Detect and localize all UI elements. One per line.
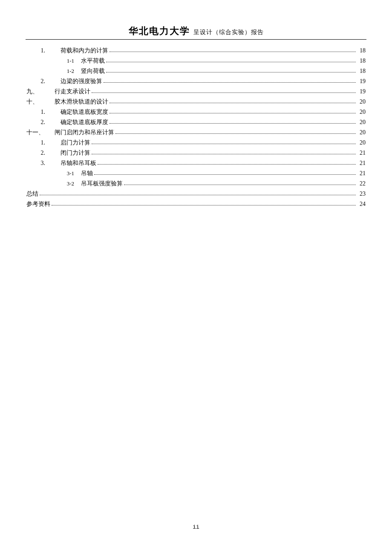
toc-entry-label: 吊耳板强度验算 [78, 179, 123, 189]
toc-entry-label: 启门力计算 [56, 138, 90, 148]
toc-entry: 2.边梁的强度验算19 [26, 76, 366, 87]
toc-entry-number: 1. [26, 138, 56, 148]
toc-entry: 参考资料24 [26, 199, 366, 209]
toc-leader [106, 72, 356, 72]
toc-entry-number: 3-2 [26, 179, 78, 189]
toc-entry-number: 1-1 [26, 56, 78, 66]
toc-leader [124, 185, 356, 185]
toc-entry-label: 吊轴和吊耳板 [56, 158, 96, 168]
toc-entry-page: 22 [357, 179, 366, 189]
toc-entry: 3.吊轴和吊耳板21 [26, 158, 366, 168]
page-header: 华北电力大学 呈设计（综合实验）报告 [26, 25, 366, 40]
toc-entry-label: 竖向荷载 [78, 66, 105, 76]
toc-entry-page: 21 [357, 148, 366, 158]
toc-entry-label: 边梁的强度验算 [56, 76, 102, 87]
toc-leader [110, 52, 356, 52]
page-footer: ii [0, 524, 392, 530]
toc-entry-page: 20 [357, 127, 366, 138]
toc-entry-label: 水平荷载 [78, 56, 105, 66]
toc-entry-number: 九、 [26, 87, 42, 97]
toc-entry-label: 闭门力计算 [56, 148, 90, 158]
toc-entry-page: 19 [357, 87, 366, 97]
toc-entry-number: 2. [26, 117, 56, 127]
page-container: 华北电力大学 呈设计（综合实验）报告 1.荷载和内力的计算181-1水平荷载18… [0, 0, 392, 209]
toc-leader [92, 92, 356, 93]
toc-entry: 十一、闸门启闭力和吊座计算20 [26, 127, 366, 138]
toc-entry-label: 行走支承设计 [42, 87, 90, 97]
toc-entry: 1.荷载和内力的计算18 [26, 46, 366, 56]
toc-entry-page: 18 [357, 46, 366, 56]
toc-entry-number: 3-1 [26, 168, 78, 179]
toc-entry-number: 十、 [26, 97, 42, 107]
toc-entry: 十、胶木滑块轨道的设计20 [26, 97, 366, 107]
page-number: ii [193, 524, 199, 530]
toc-entry-label: 吊轴 [78, 168, 93, 179]
toc-entry-page: 21 [357, 158, 366, 168]
toc-entry-label: 荷载和内力的计算 [56, 46, 108, 56]
toc-leader [106, 62, 356, 62]
toc-entry-page: 23 [357, 189, 366, 199]
toc-leader [104, 82, 356, 83]
toc-entry-page: 19 [357, 76, 366, 87]
toc-leader [115, 133, 356, 134]
table-of-contents: 1.荷载和内力的计算181-1水平荷载181-2竖向荷载182.边梁的强度验算1… [26, 46, 366, 209]
toc-entry-page: 20 [357, 138, 366, 148]
toc-entry-label: 闸门启闭力和吊座计算 [42, 127, 114, 138]
report-title: 呈设计（综合实验）报告 [193, 29, 264, 36]
toc-leader [110, 123, 356, 124]
toc-leader [110, 113, 356, 113]
toc-entry: 3-1吊轴21 [26, 168, 366, 179]
toc-entry: 3-2吊耳板强度验算22 [26, 179, 366, 189]
toc-leader [94, 174, 356, 175]
university-name: 华北电力大学 [129, 25, 190, 38]
header-line: 华北电力大学 呈设计（综合实验）报告 [129, 25, 264, 38]
toc-entry-number: 3. [26, 158, 56, 168]
toc-entry-page: 20 [357, 97, 366, 107]
toc-entry-page: 18 [357, 66, 366, 76]
toc-entry-page: 24 [357, 199, 366, 209]
toc-entry: 2.闭门力计算21 [26, 148, 366, 158]
toc-leader [98, 164, 356, 165]
toc-entry-number: 2. [26, 76, 56, 87]
toc-entry: 1.启门力计算20 [26, 138, 366, 148]
toc-entry-label: 确定轨道底板厚度 [56, 117, 108, 127]
toc-entry: 1-2竖向荷载18 [26, 66, 366, 76]
toc-entry: 1-1水平荷载18 [26, 56, 366, 66]
toc-entry: 总结23 [26, 189, 366, 199]
toc-entry-page: 21 [357, 168, 366, 179]
toc-leader [40, 195, 356, 195]
toc-entry-label: 参考资料 [26, 199, 50, 209]
toc-entry-number: 2. [26, 148, 56, 158]
toc-entry-page: 18 [357, 56, 366, 66]
toc-entry-label: 胶木滑块轨道的设计 [42, 97, 108, 107]
toc-entry: 2.确定轨道底板厚度20 [26, 117, 366, 127]
toc-entry-number: 1. [26, 46, 56, 56]
toc-leader [52, 205, 356, 205]
toc-entry: 九、行走支承设计19 [26, 87, 366, 97]
toc-entry-number: 十一、 [26, 127, 42, 138]
toc-entry-label: 确定轨道底板宽度 [56, 107, 108, 117]
toc-entry-number: 1. [26, 107, 56, 117]
toc-leader [110, 103, 356, 103]
toc-entry-page: 20 [357, 107, 366, 117]
toc-leader [92, 144, 356, 144]
toc-entry-page: 20 [357, 117, 366, 127]
toc-entry-number: 1-2 [26, 66, 78, 76]
toc-leader [92, 154, 356, 154]
toc-entry: 1.确定轨道底板宽度20 [26, 107, 366, 117]
toc-entry-label: 总结 [26, 189, 38, 199]
